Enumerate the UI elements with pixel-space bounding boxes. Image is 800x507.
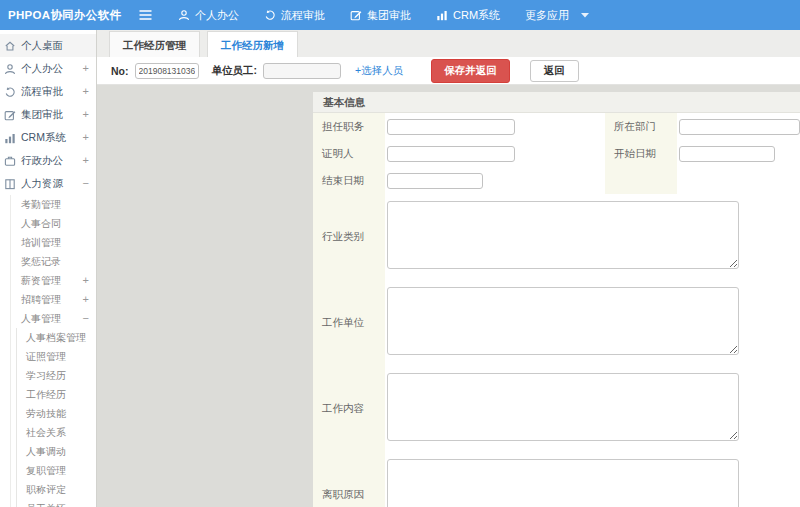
process-icon xyxy=(4,86,16,98)
tab-work-experience-new[interactable]: 工作经历新增 xyxy=(207,31,298,57)
user-icon xyxy=(178,9,190,21)
nav-label: 个人办公 xyxy=(195,8,239,23)
expand-toggle[interactable]: + xyxy=(83,86,89,97)
department-input[interactable] xyxy=(679,119,800,135)
sidebar-item-attendance-mgmt[interactable]: 考勤管理 xyxy=(11,195,96,214)
start-date-label: 开始日期 xyxy=(605,140,677,167)
leave-reason-textarea[interactable] xyxy=(387,459,739,507)
sidebar-item-reinstatement-mgmt[interactable]: 复职管理 xyxy=(17,461,96,480)
position-input[interactable] xyxy=(387,119,515,135)
sidebar-item-label: 流程审批 xyxy=(21,85,63,99)
edit-icon xyxy=(4,109,16,121)
department-label: 所在部门 xyxy=(605,113,677,140)
edit-icon xyxy=(350,9,362,21)
chart-icon xyxy=(4,132,16,144)
personnel-submenu: 人事档案管理 证照管理 学习经历 工作经历 劳动技能 社会关系 人事调动 复职管… xyxy=(16,328,96,507)
expand-toggle[interactable]: + xyxy=(83,63,89,74)
sidebar-item-label: 个人桌面 xyxy=(21,39,63,53)
sidebar-item-social-relations[interactable]: 社会关系 xyxy=(17,423,96,442)
sidebar-item-label: 集团审批 xyxy=(21,108,63,122)
app-logo: PHPOA协同办公软件 xyxy=(0,8,132,23)
work-experience-form: 基本信息 担任职务 所在部门 证明人 开始日期 结束日期 xyxy=(313,92,800,507)
save-and-return-button[interactable]: 保存并返回 xyxy=(431,59,510,83)
no-input[interactable] xyxy=(135,63,199,79)
nav-group-approval[interactable]: 集团审批 xyxy=(350,8,411,23)
expand-toggle[interactable]: + xyxy=(83,155,89,166)
top-bar: PHPOA协同办公软件 个人办公 流程审批 集团审批 CRM系统 更多应用 xyxy=(0,0,800,30)
sidebar-item-work-experience[interactable]: 工作经历 xyxy=(17,385,96,404)
sidebar-item-reward-record[interactable]: 奖惩记录 xyxy=(11,252,96,271)
sidebar-item-label: 个人办公 xyxy=(21,62,63,76)
sidebar-item-process-approval[interactable]: 流程审批 + xyxy=(0,80,96,103)
end-date-label: 结束日期 xyxy=(313,167,385,194)
sidebar-item-personal-desktop[interactable]: 个人桌面 xyxy=(0,34,96,57)
sidebar-item-human-resources[interactable]: 人力资源 − xyxy=(0,172,96,195)
employee-input[interactable] xyxy=(263,63,341,79)
process-icon xyxy=(264,9,276,21)
position-label: 担任职务 xyxy=(313,113,385,140)
company-textarea[interactable] xyxy=(387,287,739,355)
employee-label: 单位员工: xyxy=(212,64,258,78)
witness-input[interactable] xyxy=(387,146,515,162)
tab-work-experience-mgmt[interactable]: 工作经历管理 xyxy=(109,31,200,57)
sidebar-item-labor-skills[interactable]: 劳动技能 xyxy=(17,404,96,423)
start-date-input[interactable] xyxy=(679,146,775,162)
content-area: 基本信息 担任职务 所在部门 证明人 开始日期 结束日期 xyxy=(97,85,800,507)
sidebar-item-recruit-mgmt[interactable]: 招聘管理 + xyxy=(11,290,96,309)
nav-personal-office[interactable]: 个人办公 xyxy=(178,8,239,23)
nav-label: CRM系统 xyxy=(453,8,500,23)
witness-label: 证明人 xyxy=(313,140,385,167)
expand-toggle[interactable]: + xyxy=(83,132,89,143)
hr-submenu: 考勤管理 人事合同 培训管理 奖惩记录 薪资管理 + 招聘管理 + xyxy=(10,195,96,507)
nav-label: 流程审批 xyxy=(281,8,325,23)
nav-process-approval[interactable]: 流程审批 xyxy=(264,8,325,23)
sidebar-item-personal-office[interactable]: 个人办公 + xyxy=(0,57,96,80)
sidebar-item-personnel-transfer[interactable]: 人事调动 xyxy=(17,442,96,461)
end-date-input[interactable] xyxy=(387,173,483,189)
sidebar-item-label: 人力资源 xyxy=(21,177,63,191)
book-icon xyxy=(4,178,16,190)
sidebar-item-license-mgmt[interactable]: 证照管理 xyxy=(17,347,96,366)
sidebar-item-label: CRM系统 xyxy=(21,131,66,145)
company-label: 工作单位 xyxy=(313,280,385,366)
sidebar-item-salary-mgmt[interactable]: 薪资管理 + xyxy=(11,271,96,290)
leave-reason-label: 离职原因 xyxy=(313,452,385,507)
sidebar-item-employee-care[interactable]: 员工关怀 xyxy=(17,499,96,507)
sidebar-item-label: 行政办公 xyxy=(21,154,63,168)
job-content-label: 工作内容 xyxy=(313,366,385,452)
sidebar-item-admin-office[interactable]: 行政办公 + xyxy=(0,149,96,172)
select-personnel-link[interactable]: +选择人员 xyxy=(355,64,403,78)
section-title: 基本信息 xyxy=(313,92,800,113)
nav-label: 更多应用 xyxy=(525,8,569,23)
sidebar-item-hr-contract[interactable]: 人事合同 xyxy=(11,214,96,233)
toolbar: No: 单位员工: +选择人员 保存并返回 返回 xyxy=(97,57,800,85)
tab-bar: 工作经历管理 工作经历新增 xyxy=(97,30,800,57)
hamburger-menu-icon[interactable] xyxy=(138,9,153,21)
sidebar-item-group-approval[interactable]: 集团审批 + xyxy=(0,103,96,126)
industry-textarea[interactable] xyxy=(387,201,739,269)
main-area: 工作经历管理 工作经历新增 No: 单位员工: +选择人员 保存并返回 返回 基… xyxy=(97,30,800,507)
expand-toggle[interactable]: − xyxy=(83,178,89,189)
nav-crm-system[interactable]: CRM系统 xyxy=(436,8,500,23)
chart-icon xyxy=(436,9,448,21)
no-label: No: xyxy=(111,65,129,77)
briefcase-icon xyxy=(4,155,16,167)
nav-more-apps[interactable]: 更多应用 xyxy=(525,8,589,23)
return-button[interactable]: 返回 xyxy=(530,60,579,82)
sidebar-item-study-experience[interactable]: 学习经历 xyxy=(17,366,96,385)
expand-toggle[interactable]: + xyxy=(83,109,89,120)
home-icon xyxy=(4,40,16,52)
nav-label: 集团审批 xyxy=(367,8,411,23)
industry-label: 行业类别 xyxy=(313,194,385,280)
sidebar-item-title-evaluation[interactable]: 职称评定 xyxy=(17,480,96,499)
chevron-down-icon xyxy=(581,12,589,18)
sidebar: 个人桌面 个人办公 + 流程审批 + 集团审批 + xyxy=(0,30,97,507)
sidebar-item-personnel-archive[interactable]: 人事档案管理 xyxy=(17,328,96,347)
sidebar-item-crm-system[interactable]: CRM系统 + xyxy=(0,126,96,149)
sidebar-item-personnel-mgmt[interactable]: 人事管理 − xyxy=(11,309,96,328)
sidebar-item-training-mgmt[interactable]: 培训管理 xyxy=(11,233,96,252)
job-content-textarea[interactable] xyxy=(387,373,739,441)
user-icon xyxy=(4,63,16,75)
empty-label-cell xyxy=(605,167,677,194)
